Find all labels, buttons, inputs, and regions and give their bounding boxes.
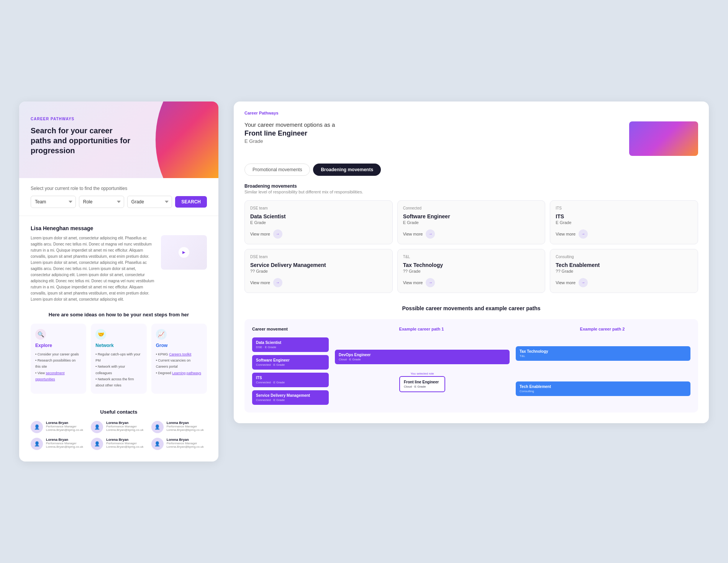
node-title-ds: Data Scientist [256,340,325,345]
view-more-arrow-1[interactable]: → [426,229,435,239]
contact-name: Lorena Bryan [46,438,83,442]
network-item-1: Regular catch-ups with your PM [95,351,142,363]
hero-section: CAREER PATHWAYS Search for your career p… [19,101,218,178]
movement-cards-row-1: DSE team Data Scientist E Grade View mor… [244,200,698,244]
movement-card-4: T&L Tax Technology ?? Grade View more → [397,249,546,293]
card-role-3: Service Delivery Management [250,262,387,268]
flow-node-tech-enablement: Tech Enablement Consulting [516,381,690,396]
broadening-title: Broadening movements [244,183,698,189]
card-role-0: Data Scientist [250,213,387,219]
right-hero-text: Your career movement options as a Front … [244,121,335,144]
contact-email: Lorena.Bryan@kpmg.co.uk [167,445,204,448]
secondment-link[interactable]: secondment opportunities [35,371,65,381]
flow-left-column: Data Scientist DSE · E Grade Software En… [252,337,329,405]
search-button[interactable]: SEARCH [175,196,207,208]
contact-email: Lorena.Bryan@kpmg.co.uk [106,445,143,448]
grow-title: Grow [156,343,202,348]
card-team-5: Consulting [556,255,692,259]
grow-item-3: Degreed Learning pathways [156,370,202,376]
page-container: CAREER PATHWAYS Search for your career p… [19,101,709,462]
message-content: Lorem ipsum dolor sit amet, consectetur … [31,235,207,303]
flow-node-data-scientist: Data Scientist DSE · E Grade [252,337,329,352]
card-team-2: ITS [556,206,692,210]
broadening-desc: Similar level of responsibility but diff… [244,190,698,194]
hero-subtitle: Your career movement options as a [244,121,335,128]
play-button[interactable]: ▶ [179,247,189,258]
search-section: Select your current role to find the opp… [19,178,218,216]
selected-role-container: You selected role Front line Engineer Cl… [399,372,445,392]
contact-item: 👤 Lorena Bryan Performance Manager Loren… [151,438,207,450]
contact-role: Performance Manager [46,425,83,428]
network-title: Network [95,343,142,348]
contact-email: Lorena.Bryan@kpmg.co.uk [167,428,204,432]
grow-item-1: KPMG Careers toolkit [156,351,202,357]
view-more-label-3: View more [250,280,270,285]
contact-item: 👤 Lorena Bryan Performance Manager Loren… [91,438,146,450]
network-list: Regular catch-ups with your PM Network w… [95,351,142,388]
hero-title: Search for your career paths and opportu… [31,126,130,155]
contact-role: Performance Manager [167,442,204,445]
tab-broadening[interactable]: Broadening movements [313,164,381,176]
contacts-section: Useful contacts 👤 Lorena Bryan Performan… [19,401,218,462]
right-hero-image [629,121,698,156]
career-paths-section: Possible career movements and example ca… [234,305,709,423]
role-select[interactable]: Role [79,196,124,208]
view-more-arrow-2[interactable]: → [579,229,588,239]
video-thumbnail[interactable]: ▶ [161,235,207,270]
view-more-arrow-0[interactable]: → [273,229,282,239]
explore-item-3: View secondment opportunities [35,370,82,382]
movement-card-2: ITS ITS E Grade View more → [550,200,698,244]
node-sub-se: Connected · E Grade [256,363,325,367]
contact-email: Lorena.Bryan@kpmg.co.uk [106,428,143,432]
hero-grade: E Grade [244,138,335,144]
flow-diagram: Data Scientist DSE · E Grade Software En… [252,337,690,405]
node-sub-ds: DSE · E Grade [256,345,325,349]
node-sub-selected: Cloud · E Grade [404,385,441,388]
node-title-tax: Tax Technology [520,349,687,354]
movement-card-5: Consulting Tech Enablement ?? Grade View… [550,249,698,293]
grade-select[interactable]: Grade [127,196,172,208]
node-sub-te: Consulting [520,390,687,393]
contact-info: Lorena Bryan Performance Manager Lorena.… [106,421,143,432]
view-more-arrow-4[interactable]: → [426,278,435,287]
contact-info: Lorena Bryan Performance Manager Lorena.… [46,438,83,448]
careers-toolkit-link[interactable]: Careers toolkit [169,352,191,356]
col-label-movement: Career movement [252,327,329,331]
view-more-row-1: View more → [403,229,540,239]
view-more-row-4: View more → [403,278,540,287]
right-header: Career Pathways Your career movement opt… [234,101,709,156]
search-instruction: Select your current role to find the opp… [31,186,207,191]
steps-grid: 🔍 Explore Consider your career goals Res… [31,324,207,394]
movement-card-1: Connected Software Engineer E Grade View… [397,200,546,244]
view-more-arrow-5[interactable]: → [579,278,588,287]
view-more-arrow-3[interactable]: → [273,278,282,287]
flow-node-sdm: Service Delivery Management Connected · … [252,390,329,405]
explore-item-1: Consider your career goals [35,351,82,357]
node-title-se: Software Engineer [256,358,325,362]
node-title-te: Tech Enablement [520,385,687,389]
contact-item: 👤 Lorena Bryan Performance Manager Loren… [31,438,86,450]
broadening-section: Broadening movements Similar level of re… [234,176,709,305]
card-team-4: T&L [403,255,540,259]
step-card-network: 🤝 Network Regular catch-ups with your PM… [91,324,146,394]
network-item-3: Network across the firm about other role… [95,376,142,388]
contact-name: Lorena Bryan [167,438,204,442]
team-select[interactable]: Team [31,196,76,208]
card-role-5: Tech Enablement [556,262,692,268]
card-team-3: DSE team [250,255,387,259]
card-grade-0: E Grade [250,220,387,225]
tab-promotional[interactable]: Promotional movements [244,164,310,176]
contact-info: Lorena Bryan Performance Manager Lorena.… [167,438,204,448]
view-more-label-1: View more [403,232,423,236]
node-title-selected: Front line Engineer [404,380,441,384]
view-more-row-3: View more → [250,278,387,287]
card-grade-1: E Grade [403,220,540,225]
card-grade-2: E Grade [556,220,692,225]
node-sub-sdm: Connected · E Grade [256,398,325,402]
learning-pathways-link[interactable]: Learning pathways [172,371,201,375]
hero-image [134,101,218,178]
contact-info: Lorena Bryan Performance Manager Lorena.… [167,421,204,432]
card-grade-5: ?? Grade [556,269,692,273]
contact-info: Lorena Bryan Performance Manager Lorena.… [46,421,83,432]
view-more-label-4: View more [403,280,423,285]
